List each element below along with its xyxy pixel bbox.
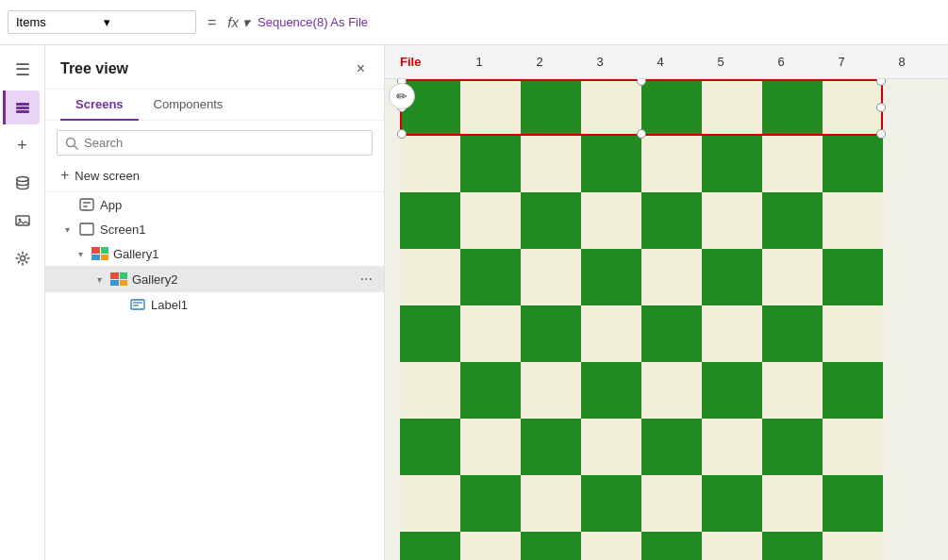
cell-r8-c2 xyxy=(521,532,581,560)
gallery2-menu[interactable]: ··· xyxy=(357,271,376,288)
edit-icon[interactable]: ✏ xyxy=(389,83,415,109)
svg-rect-0 xyxy=(16,103,29,106)
app-icon xyxy=(77,197,96,212)
cell-r6-c6 xyxy=(762,419,823,475)
cell-r4-c0 xyxy=(400,305,460,362)
cell-r0-c4 xyxy=(641,79,702,136)
search-icon xyxy=(65,137,78,150)
svg-point-3 xyxy=(17,177,28,182)
cell-r1-c4 xyxy=(641,136,702,192)
cell-r6-c7 xyxy=(823,419,883,475)
tab-screens[interactable]: Screens xyxy=(60,90,139,121)
cell-r2-c5 xyxy=(702,192,762,249)
layers-icon[interactable] xyxy=(3,91,40,124)
cell-r5-c3 xyxy=(581,362,641,419)
cell-r3-c0 xyxy=(400,249,460,305)
cell-r6-c0 xyxy=(400,419,460,475)
cell-r4-c7 xyxy=(823,305,883,362)
screen1-chevron: ▾ xyxy=(60,224,74,235)
tree-title: Tree view xyxy=(60,60,128,77)
svg-rect-2 xyxy=(16,110,29,113)
tree-item-label1[interactable]: Label1 xyxy=(45,292,384,317)
cell-r7-c2 xyxy=(521,475,581,532)
cell-r1-c5 xyxy=(702,136,762,192)
formula-bar[interactable]: Sequence(8) As File xyxy=(258,15,368,29)
cell-r7-c5 xyxy=(702,475,762,532)
screen1-label: Screen1 xyxy=(100,222,145,237)
plus-icon: + xyxy=(60,167,69,184)
canvas-area: File 1 2 3 4 5 6 7 8 ✏ xyxy=(385,45,948,560)
gallery1-icon xyxy=(91,246,109,261)
col-num-1: 1 xyxy=(449,55,509,69)
cell-r0-c5 xyxy=(702,79,762,136)
settings-icon[interactable] xyxy=(6,241,40,275)
label1-label: Label1 xyxy=(151,298,188,312)
cell-r4-c4 xyxy=(641,305,702,362)
tree-panel: Tree view × Screens Components + New scr… xyxy=(45,45,385,560)
col-num-7: 7 xyxy=(811,55,872,69)
cell-r1-c0 xyxy=(400,136,460,192)
screen-icon xyxy=(77,222,96,237)
gallery2-chevron: ▾ xyxy=(92,274,106,285)
tree-item-gallery1[interactable]: ▾ Gallery1 xyxy=(45,241,384,266)
hamburger-icon[interactable]: ☰ xyxy=(6,53,40,87)
tab-components[interactable]: Components xyxy=(139,90,239,121)
cell-r0-c3 xyxy=(581,79,641,136)
cell-r5-c1 xyxy=(460,362,521,419)
tree-item-screen1[interactable]: ▾ Screen1 xyxy=(45,217,384,241)
col-num-4: 4 xyxy=(630,55,690,69)
svg-line-8 xyxy=(75,145,78,149)
search-box[interactable] xyxy=(57,130,373,156)
cell-r7-c3 xyxy=(581,475,641,532)
cell-r3-c6 xyxy=(762,249,823,305)
cell-r0-c7 xyxy=(823,79,883,136)
cell-r8-c7 xyxy=(823,532,883,560)
cell-r2-c6 xyxy=(762,192,823,249)
cell-r4-c2 xyxy=(521,305,581,362)
svg-point-5 xyxy=(18,219,21,222)
tree-item-app[interactable]: App xyxy=(45,192,384,217)
file-label: File xyxy=(400,55,449,69)
fx-button[interactable]: fx ▾ xyxy=(227,14,250,31)
dropdown-value: Items xyxy=(16,15,100,29)
cell-r8-c5 xyxy=(702,532,762,560)
tree-item-gallery2[interactable]: ▾ Gallery2 ··· xyxy=(45,266,384,292)
cell-r2-c0 xyxy=(400,192,460,249)
cell-r5-c2 xyxy=(521,362,581,419)
topbar: Items ▾ = fx ▾ Sequence(8) As File xyxy=(0,0,948,45)
cell-r6-c2 xyxy=(521,419,581,475)
search-input[interactable] xyxy=(84,136,364,150)
cell-r4-c5 xyxy=(702,305,762,362)
cell-r3-c4 xyxy=(641,249,702,305)
cell-r0-c2 xyxy=(521,79,581,136)
cell-r8-c0 xyxy=(400,532,460,560)
cell-r3-c7 xyxy=(823,249,883,305)
cell-r6-c5 xyxy=(702,419,762,475)
tree-items: App ▾ Screen1 ▾ Gallery1 xyxy=(45,192,384,560)
cell-r8-c4 xyxy=(641,532,702,560)
add-icon[interactable]: + xyxy=(6,128,40,162)
canvas-content[interactable]: ✏ xyxy=(385,79,948,560)
label1-icon xyxy=(128,297,147,312)
cell-r8-c3 xyxy=(581,532,641,560)
svg-point-6 xyxy=(20,256,25,261)
cell-r1-c2 xyxy=(521,136,581,192)
cell-r1-c6 xyxy=(762,136,823,192)
cell-r4-c3 xyxy=(581,305,641,362)
formula-text: Sequence(8) As File xyxy=(258,15,368,29)
col-num-2: 2 xyxy=(509,55,570,69)
cell-r1-c7 xyxy=(823,136,883,192)
database-icon[interactable] xyxy=(6,166,40,200)
svg-rect-10 xyxy=(83,202,91,204)
cell-r3-c3 xyxy=(581,249,641,305)
new-screen-button[interactable]: + New screen xyxy=(45,161,384,192)
items-dropdown[interactable]: Items ▾ xyxy=(8,10,196,34)
canvas-ruler: File 1 2 3 4 5 6 7 8 xyxy=(385,45,948,79)
media-icon[interactable] xyxy=(6,204,40,238)
cell-r6-c3 xyxy=(581,419,641,475)
cell-r0-c6 xyxy=(762,79,823,136)
cell-r7-c7 xyxy=(823,475,883,532)
cell-r2-c4 xyxy=(641,192,702,249)
cell-r7-c4 xyxy=(641,475,702,532)
close-button[interactable]: × xyxy=(353,57,369,81)
